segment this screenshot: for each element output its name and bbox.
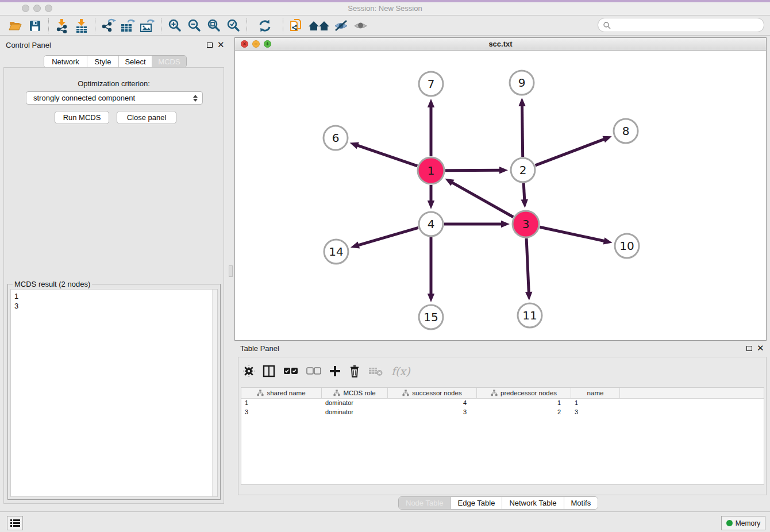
table-row[interactable]: 1dominator411 <box>241 399 764 408</box>
list-icon <box>10 519 20 527</box>
status-bar: Memory <box>0 511 770 532</box>
settings-gear-button[interactable] <box>243 364 255 379</box>
graph-node-15[interactable]: 15 <box>419 305 443 329</box>
export-image-button[interactable] <box>138 18 157 34</box>
column-header-successor_nodes[interactable]: successor nodes <box>388 388 477 398</box>
graph-node-8[interactable]: 8 <box>614 119 638 143</box>
graph-node-11[interactable]: 11 <box>518 303 542 327</box>
delete-table-button[interactable] <box>368 364 383 379</box>
network-canvas[interactable]: 7968124314101511 <box>235 51 766 340</box>
graph-node-2[interactable]: 2 <box>511 158 535 182</box>
memory-status-icon <box>726 520 733 526</box>
network-file-button[interactable] <box>287 18 306 34</box>
table-toolbar: f(x) <box>243 362 410 380</box>
attribute-tree-icon <box>333 390 340 396</box>
import-table-button[interactable] <box>72 18 91 34</box>
graph-edge-2-3 <box>521 183 528 208</box>
export-network-icon <box>101 18 117 33</box>
function-builder-label: f(x) <box>391 365 410 377</box>
zoom-in-button[interactable] <box>165 18 184 34</box>
show-graphics-details-button[interactable] <box>351 18 371 34</box>
graph-node-10[interactable]: 10 <box>615 234 639 258</box>
result-scrollbar[interactable] <box>212 290 217 496</box>
graph-edge-1-7 <box>428 99 434 156</box>
table-panel-tabs: Node Table Edge Table Network Table Moti… <box>398 496 598 510</box>
toolbar-separator <box>247 18 247 33</box>
settings-gear-icon <box>243 365 255 377</box>
search-input[interactable] <box>598 18 764 32</box>
graph-node-3[interactable]: 3 <box>513 211 539 237</box>
window-titlebar: Session: New Session <box>0 0 770 16</box>
tab-select[interactable]: Select <box>118 56 152 67</box>
tab-node-table[interactable]: Node Table <box>399 497 451 509</box>
mcds-panel: Optimization criterion: strongly connect… <box>3 67 224 504</box>
tab-edge-table[interactable]: Edge Table <box>451 497 502 509</box>
svg-text:2: 2 <box>519 163 527 177</box>
vertical-splitter-handle[interactable] <box>229 265 233 277</box>
column-header-shared_name[interactable]: shared name <box>241 388 322 398</box>
table-row[interactable]: 3dominator323 <box>241 408 764 417</box>
result-line: 1 <box>14 291 217 301</box>
home-icon <box>307 19 330 33</box>
mcds-result-textarea[interactable]: 1 3 <box>10 289 218 497</box>
open-session-button[interactable] <box>6 18 25 34</box>
select-all-button[interactable] <box>283 364 298 379</box>
control-panel-tabs: Network Style Select MCDS <box>44 55 187 68</box>
run-mcds-button[interactable]: Run MCDS <box>55 111 109 124</box>
memory-button[interactable]: Memory <box>721 516 765 530</box>
search-icon <box>603 21 611 29</box>
hide-graphics-details-icon <box>333 19 349 33</box>
import-network-icon <box>55 18 70 33</box>
deselect-all-button[interactable] <box>306 364 321 379</box>
network-window-title: scc.txt <box>235 40 766 48</box>
column-header-mcds_role[interactable]: MCDS role <box>322 388 388 398</box>
svg-text:7: 7 <box>428 77 435 91</box>
export-table-button[interactable] <box>118 18 138 34</box>
graph-edge-4-15 <box>428 237 434 302</box>
column-header-name[interactable]: name <box>571 388 620 398</box>
graph-node-7[interactable]: 7 <box>419 72 443 96</box>
tab-network-table[interactable]: Network Table <box>502 497 563 509</box>
graph-node-1[interactable]: 1 <box>418 157 444 184</box>
add-column-button[interactable] <box>329 364 341 379</box>
tab-mcds[interactable]: MCDS <box>152 56 186 67</box>
deselect-all-icon <box>306 367 321 375</box>
save-session-icon <box>28 19 42 33</box>
export-network-button[interactable] <box>99 18 118 34</box>
toggle-column-view-button[interactable] <box>263 364 275 379</box>
attribute-tree-icon <box>491 390 498 396</box>
control-panel-float-icon[interactable] <box>207 43 213 48</box>
column-header-predecessor_nodes[interactable]: predecessor nodes <box>477 388 571 398</box>
table-panel-close-icon[interactable]: ✕ <box>757 345 764 351</box>
network-window-titlebar[interactable]: × − + scc.txt <box>235 38 766 51</box>
task-history-button[interactable] <box>7 516 23 530</box>
criterion-value: strongly connected component <box>33 94 135 102</box>
tab-motifs[interactable]: Motifs <box>564 497 598 509</box>
save-session-button[interactable] <box>25 18 45 34</box>
tab-network[interactable]: Network <box>44 56 87 67</box>
zoom-selected-button[interactable] <box>224 18 243 34</box>
function-builder-button[interactable]: f(x) <box>391 364 410 379</box>
home-button[interactable] <box>306 18 332 34</box>
refresh-view-button[interactable] <box>255 18 275 34</box>
table-panel-float-icon[interactable] <box>746 346 752 351</box>
table-body: 1dominator4113dominator323 <box>241 399 764 417</box>
graph-node-6[interactable]: 6 <box>324 126 348 150</box>
criterion-dropdown[interactable]: strongly connected component <box>26 91 203 105</box>
delete-column-button[interactable] <box>349 364 360 379</box>
graph-node-4[interactable]: 4 <box>419 212 443 236</box>
graph-edge-1-4 <box>428 185 434 209</box>
open-session-icon <box>8 19 23 33</box>
hide-graphics-details-button[interactable] <box>332 18 351 34</box>
toolbar-separator <box>95 18 95 33</box>
tab-style[interactable]: Style <box>87 56 118 67</box>
svg-text:11: 11 <box>522 309 537 322</box>
zoom-fit-button[interactable] <box>204 18 224 34</box>
close-panel-button[interactable]: Close panel <box>117 111 176 124</box>
zoom-out-button[interactable] <box>184 18 204 34</box>
graph-node-14[interactable]: 14 <box>324 240 348 264</box>
control-panel-close-icon[interactable]: ✕ <box>217 42 225 48</box>
import-network-button[interactable] <box>52 18 72 34</box>
table-header-row: shared nameMCDS rolesuccessor nodesprede… <box>241 388 764 399</box>
graph-node-9[interactable]: 9 <box>510 71 534 95</box>
